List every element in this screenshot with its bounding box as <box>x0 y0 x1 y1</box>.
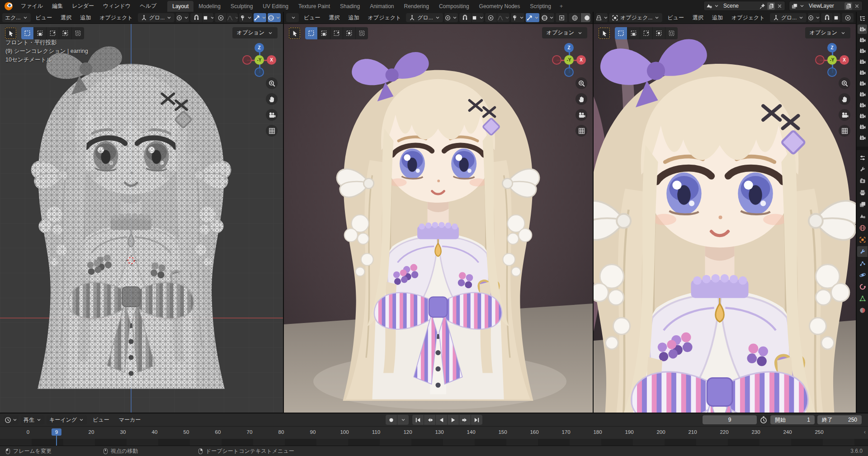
select-mode-intersect[interactable] <box>356 27 368 39</box>
outliner-camera-row[interactable] <box>858 68 867 77</box>
scene-name[interactable]: Scene <box>721 3 758 9</box>
gizmo-axis-negx[interactable] <box>242 55 252 65</box>
next-keyframe-button[interactable] <box>459 415 471 425</box>
properties-tab-constraints[interactable] <box>857 281 868 292</box>
proportional-edit-button[interactable] <box>842 13 854 22</box>
outliner-camera-row[interactable] <box>858 111 867 121</box>
show-gizmo-dropdown[interactable] <box>239 13 252 22</box>
options-button[interactable]: オプション <box>805 27 850 38</box>
properties-tab-data[interactable] <box>857 293 868 304</box>
outliner-camera-row[interactable] <box>858 100 867 110</box>
play-reverse-button[interactable] <box>436 415 448 425</box>
frame-ruler[interactable]: 9 ‹ 020304050607080901001101201301401501… <box>0 426 868 439</box>
scroll-arrow-icon[interactable]: ‹ <box>864 429 866 435</box>
select-mode-invert[interactable] <box>343 27 356 39</box>
select-mode-new[interactable] <box>305 27 318 39</box>
gizmo-axis-negz[interactable] <box>564 67 574 77</box>
gizmo-axis-negz[interactable] <box>255 67 264 77</box>
active-tool-select-box[interactable] <box>598 27 610 39</box>
camera-view-button[interactable] <box>576 109 587 121</box>
outliner-camera-row[interactable] <box>858 133 867 142</box>
gizmo-axis-z[interactable]: Z <box>564 43 574 52</box>
close-icon[interactable] <box>854 3 860 10</box>
editor-type-button[interactable] <box>596 13 608 22</box>
properties-tab-tool[interactable] <box>857 164 868 175</box>
mode-selector[interactable] <box>286 13 299 22</box>
select-mode-subtract[interactable] <box>47 27 59 39</box>
add-menu[interactable]: 追加 <box>76 12 94 24</box>
falloff-button[interactable] <box>497 13 509 22</box>
new-scene-icon[interactable] <box>767 2 775 10</box>
active-tool-select-box[interactable] <box>5 27 17 39</box>
shading-solid-button[interactable] <box>581 13 590 22</box>
select-menu[interactable]: 選択 <box>57 12 75 24</box>
properties-tab-object[interactable] <box>857 234 868 245</box>
select-menu[interactable]: 選択 <box>326 12 344 24</box>
navigation-gizmo[interactable]: Z X -Y <box>552 43 586 77</box>
properties-editor-button[interactable] <box>858 153 867 162</box>
add-workspace-button[interactable]: + <box>556 1 566 12</box>
outliner-camera-row[interactable] <box>858 122 867 132</box>
pivot-point-button[interactable] <box>176 13 189 22</box>
add-menu[interactable]: 追加 <box>708 12 726 24</box>
transform-orientation[interactable]: グロ... <box>406 13 443 22</box>
pivot-point-button[interactable] <box>808 13 820 22</box>
gizmo-axis-x[interactable]: X <box>840 55 849 65</box>
snap-target-button[interactable] <box>472 13 484 22</box>
gizmo-axis-negz[interactable] <box>827 67 837 77</box>
workspace-tab-scripting[interactable]: Scripting <box>525 1 556 12</box>
properties-tab-particles[interactable] <box>857 258 868 269</box>
select-mode-subtract[interactable] <box>330 27 343 39</box>
mode-selector[interactable]: オブジェク... <box>609 13 662 22</box>
properties-tab-world[interactable] <box>857 223 868 233</box>
gizmo-axis-negx[interactable] <box>815 55 825 65</box>
overlays-toggle[interactable] <box>268 13 281 22</box>
auto-keyframe-button[interactable] <box>386 415 397 425</box>
menu-edit[interactable]: 編集 <box>47 0 67 12</box>
snap-magnet-button[interactable] <box>821 13 833 22</box>
xray-toggle[interactable] <box>556 13 567 22</box>
timeline-view-menu[interactable]: ビュー <box>89 414 113 426</box>
snap-magnet-button[interactable] <box>190 13 203 22</box>
jump-to-start-button[interactable] <box>412 415 424 425</box>
perspective-toggle-button[interactable] <box>266 125 278 137</box>
properties-tab-output[interactable] <box>857 187 868 198</box>
gizmo-axis-negx[interactable] <box>552 55 561 65</box>
select-mode-intersect[interactable] <box>72 27 84 39</box>
pan-button[interactable] <box>839 93 850 105</box>
proportional-edit-button[interactable] <box>215 13 227 22</box>
gizmos-toggle[interactable] <box>254 13 267 22</box>
snap-magnet-button[interactable] <box>459 13 472 22</box>
view-layer-name[interactable]: ViewLayer <box>806 3 843 9</box>
current-frame-field[interactable]: 9 <box>703 415 757 424</box>
view-menu[interactable]: ビュー <box>300 12 324 24</box>
previous-keyframe-button[interactable] <box>424 415 436 425</box>
select-mode-new[interactable] <box>615 27 627 39</box>
pivot-point-button[interactable] <box>444 13 458 22</box>
workspace-tab-layout[interactable]: Layout <box>167 1 193 12</box>
workspace-tab-texture-paint[interactable]: Texture Paint <box>293 1 335 12</box>
mode-selector[interactable]: エク... <box>2 13 31 22</box>
select-mode-subtract[interactable] <box>640 27 653 39</box>
pan-button[interactable] <box>576 93 587 105</box>
playback-menu[interactable]: 再生 <box>21 415 44 424</box>
outliner-editor-button[interactable] <box>858 14 867 23</box>
select-mode-extend[interactable] <box>627 27 640 39</box>
view-menu[interactable]: ビュー <box>664 12 688 24</box>
play-button[interactable] <box>448 415 459 425</box>
gizmo-axis-z[interactable]: Z <box>255 43 264 52</box>
scene-selector[interactable]: Scene <box>703 1 785 11</box>
menu-window[interactable]: ウィンドウ <box>99 0 135 12</box>
transform-orientation[interactable]: グロ... <box>770 13 807 22</box>
menu-render[interactable]: レンダー <box>67 0 99 12</box>
workspace-tab-rendering[interactable]: Rendering <box>399 1 434 12</box>
menu-file[interactable]: ファイル <box>16 0 47 12</box>
camera-view-button[interactable] <box>266 109 278 121</box>
start-frame-field[interactable]: 開始1 <box>770 415 815 424</box>
properties-tab-physics[interactable] <box>857 270 868 280</box>
zoom-button[interactable] <box>266 77 278 89</box>
pan-button[interactable] <box>266 93 278 105</box>
select-menu[interactable]: 選択 <box>689 12 707 24</box>
show-gizmo-dropdown[interactable] <box>511 13 524 22</box>
timeline-marker-menu[interactable]: マーカー <box>115 414 145 426</box>
